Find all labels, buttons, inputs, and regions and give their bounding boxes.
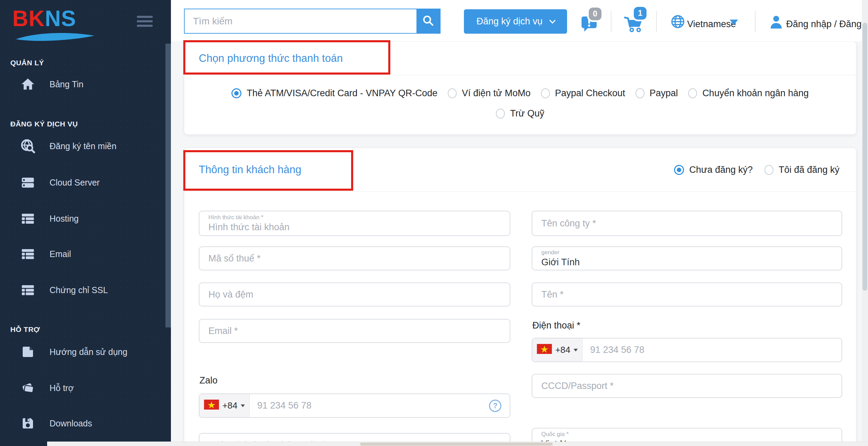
vietnam-flag-icon <box>537 344 552 356</box>
chat-badge: 0 <box>589 8 601 20</box>
radio-icon <box>764 165 773 175</box>
sidebar-item-ho-tro[interactable]: Hỗ trợ <box>20 380 74 396</box>
account-type-label: Hình thức tài khoản * <box>208 214 510 221</box>
list-icon <box>20 283 36 297</box>
register-option-existing[interactable]: Tôi đã đăng ký <box>764 165 839 175</box>
payment-options: Thẻ ATM/VISA/Credit Card - VNPAY QR-Code… <box>195 88 846 119</box>
save-icon <box>20 416 36 430</box>
search-bar <box>184 9 441 34</box>
tags-icon <box>20 381 36 395</box>
list-icon <box>20 211 36 226</box>
id-card-field <box>532 374 842 398</box>
search-icon <box>422 14 434 28</box>
sidebar-item-huong-dan-su-dung[interactable]: Hướng dẫn sử dụng <box>20 344 127 360</box>
language-caret-icon <box>730 20 738 25</box>
help-icon[interactable]: ? <box>489 400 501 412</box>
phone-input[interactable] <box>583 338 842 361</box>
last-name-input[interactable] <box>208 289 495 300</box>
first-name-input[interactable] <box>541 289 826 300</box>
radio-selected-icon <box>674 165 684 175</box>
sidebar-item-email[interactable]: Email <box>20 246 71 262</box>
radio-icon <box>688 88 697 98</box>
phone-dial-code: +84 <box>555 345 570 355</box>
horizontal-scrollbar[interactable] <box>47 442 868 446</box>
payment-option-bank-transfer[interactable]: Chuyển khoản ngân hàng <box>688 88 809 99</box>
language-label[interactable]: Vietnamese <box>687 19 736 30</box>
email-field <box>199 319 510 343</box>
vertical-scrollbar[interactable] <box>862 0 868 446</box>
sidebar-item-cloud-server[interactable]: Cloud Server <box>20 174 100 191</box>
payment-option-tru-quy[interactable]: Trừ Quỹ <box>496 108 544 119</box>
register-service-button[interactable]: Đăng ký dịch vụ <box>464 9 567 34</box>
zalo-country-code-selector[interactable]: +84 <box>199 394 250 417</box>
caret-down-icon <box>574 349 578 352</box>
account-type-field[interactable]: Hình thức tài khoản * Hình thức tài khoả… <box>199 211 510 236</box>
id-card-input[interactable] <box>541 381 826 391</box>
sidebar-item-label: Đăng ký tên miền <box>50 141 117 151</box>
email-input[interactable] <box>208 326 495 336</box>
sidebar-toggle-button[interactable] <box>137 16 153 29</box>
gender-label: gender <box>541 249 842 256</box>
globe-icon <box>671 24 685 30</box>
last-name-field <box>199 282 510 306</box>
logo-text-ns: NS <box>45 6 76 31</box>
payment-option-paypal[interactable]: Paypal <box>636 88 678 99</box>
radio-icon <box>496 109 505 119</box>
language-selector[interactable] <box>671 14 685 30</box>
payment-option-momo[interactable]: Ví điện tử MoMo <box>448 88 531 99</box>
user-icon <box>770 25 783 31</box>
login-label[interactable]: Đăng nhập / Đăng ký <box>786 19 868 30</box>
phone-label: Điện thoại * <box>532 320 581 331</box>
register-option-new[interactable]: Chưa đăng ký? <box>674 165 753 175</box>
sidebar-item-label: Hướng dẫn sử dụng <box>50 347 127 357</box>
zalo-dial-code: +84 <box>222 400 237 411</box>
topbar-divider <box>611 11 611 32</box>
radio-icon <box>541 88 550 98</box>
payment-option-paypal-checkout[interactable]: Paypal Checkout <box>541 88 625 99</box>
sidebar-item-label: Cloud Server <box>50 178 100 188</box>
search-button[interactable] <box>416 9 440 33</box>
list-icon <box>20 247 36 261</box>
sidebar: BKNS QUẢN LÝ Bảng Tin ĐĂNG KÝ DỊCH VỤ Đă… <box>0 0 171 446</box>
home-icon <box>20 77 36 91</box>
sidebar-item-label: Bảng Tin <box>50 79 84 89</box>
customer-title: Thông tin khách hàng <box>199 164 301 176</box>
zalo-field: +84 ? <box>199 393 510 418</box>
sidebar-section-dang-ky-dich-vu: ĐĂNG KÝ DỊCH VỤ <box>10 120 78 128</box>
phone-country-code-selector[interactable]: +84 <box>532 338 583 361</box>
sidebar-item-label: Email <box>50 249 71 259</box>
sidebar-item-bang-tin[interactable]: Bảng Tin <box>20 76 84 92</box>
payment-method-card: Chọn phương thức thanh toán Thẻ ATM/VISA… <box>184 41 856 135</box>
sidebar-item-downloads[interactable]: Downloads <box>20 415 92 432</box>
bkns-logo[interactable]: BKNS <box>12 8 76 30</box>
country-label: Quốc gia * <box>541 431 842 438</box>
payment-option-vnpay[interactable]: Thẻ ATM/VISA/Credit Card - VNPAY QR-Code <box>231 88 437 99</box>
sidebar-item-label: Downloads <box>50 419 92 428</box>
logo-swoosh-icon <box>14 32 96 42</box>
sidebar-scrollbar[interactable] <box>165 44 171 327</box>
chevron-down-icon <box>549 17 555 23</box>
gender-field[interactable]: gender Giới Tính <box>532 246 842 270</box>
cart-icon <box>623 28 643 34</box>
register-service-label: Đăng ký dịch vụ <box>476 16 542 27</box>
gender-value: Giới Tính <box>541 257 842 268</box>
vertical-scrollbar-thumb[interactable] <box>862 23 867 291</box>
horizontal-scrollbar-thumb[interactable] <box>360 443 553 446</box>
customer-card-header: Thông tin khách hàng Chưa đăng ký? Tôi đ… <box>184 148 856 192</box>
radio-icon <box>448 88 457 98</box>
search-input[interactable] <box>185 9 416 33</box>
server-icon <box>20 175 36 190</box>
company-name-input[interactable] <box>541 218 826 229</box>
login-button[interactable] <box>770 15 783 31</box>
caret-down-icon <box>241 404 245 407</box>
zalo-label: Zalo <box>199 375 218 386</box>
domain-search-icon <box>20 138 36 154</box>
sidebar-item-chung-chi-ssl[interactable]: Chứng chỉ SSL <box>20 282 108 298</box>
zalo-input[interactable] <box>250 394 510 417</box>
sidebar-item-hosting[interactable]: Hosting <box>20 210 79 227</box>
tax-code-input[interactable] <box>208 253 495 264</box>
phone-field: +84 <box>532 338 842 362</box>
payment-title: Chọn phương thức thanh toán <box>199 52 343 65</box>
sidebar-item-dang-ky-ten-mien[interactable]: Đăng ký tên miền <box>20 138 117 154</box>
company-name-field <box>532 211 842 236</box>
